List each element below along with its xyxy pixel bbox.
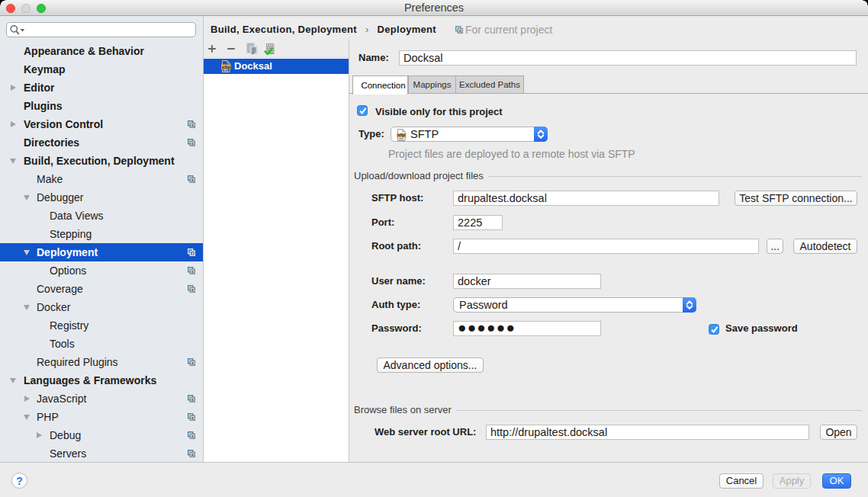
svg-text:sftp: sftp	[397, 133, 406, 137]
svg-text:sftp: sftp	[222, 64, 231, 69]
